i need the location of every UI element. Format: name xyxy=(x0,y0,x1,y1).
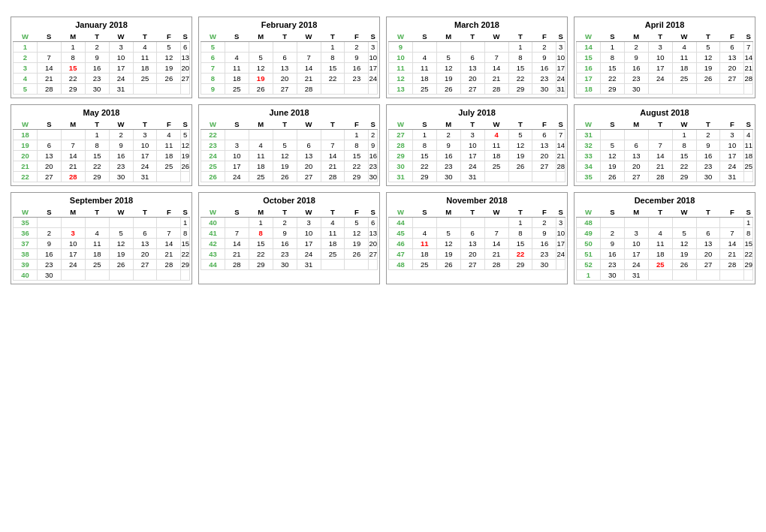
calendar-cell: 23 xyxy=(600,260,624,270)
calendar-cell: 23 xyxy=(37,260,61,270)
calendar-cell: 13 xyxy=(297,151,321,161)
calendar-cell: 11 xyxy=(744,140,753,151)
calendar-cell: 4 xyxy=(321,218,345,228)
calendar-cell: 15 xyxy=(744,239,753,249)
calendar-cell: 20 xyxy=(624,161,648,172)
calendar-cell: 15 xyxy=(508,63,532,74)
calendar-cell: 9 xyxy=(345,53,369,63)
calendar-cell xyxy=(696,218,720,228)
month-table: WSMTWTFS48149234567850910111213141551161… xyxy=(576,207,753,281)
col-header: T xyxy=(321,207,345,218)
calendar-cell: 17 xyxy=(648,63,672,74)
calendar-cell: 29 xyxy=(61,84,85,95)
calendar-cell: 27 xyxy=(696,260,720,270)
calendar-cell: 29 xyxy=(672,172,696,182)
calendar-cell: 21 xyxy=(484,249,508,260)
calendar-cell: 17 xyxy=(460,151,484,161)
col-header: W xyxy=(201,207,225,218)
calendar-cell: 5 xyxy=(696,42,720,53)
calendar-cell: 27 xyxy=(273,84,297,95)
calendar-cell: 10 xyxy=(648,53,672,63)
calendar-cell: 30 xyxy=(600,270,624,281)
calendar-cell: 12 xyxy=(389,74,413,84)
col-header: F xyxy=(345,119,369,130)
month-title: October 2018 xyxy=(201,196,378,205)
calendar-cell: 30 xyxy=(532,84,556,95)
col-header: W xyxy=(484,207,508,218)
month-block: December 2018WSMTWTFS4814923456785091011… xyxy=(574,192,755,284)
calendar-cell: 18 xyxy=(744,151,753,161)
calendar-cell: 38 xyxy=(14,249,38,260)
month-title: July 2018 xyxy=(388,108,565,117)
month-table: WSMTWTFS44123454567891046111213141516174… xyxy=(388,207,565,270)
calendar-cell: 14 xyxy=(157,239,181,249)
month-title: February 2018 xyxy=(201,20,378,29)
calendar-cell: 20 xyxy=(14,151,38,161)
calendar-cell: 1 xyxy=(412,130,436,140)
calendar-cell: 15 xyxy=(508,239,532,249)
calendar-cell: 1 xyxy=(744,218,753,228)
calendar-cell: 11 xyxy=(412,239,436,249)
calendar-cell: 22 xyxy=(412,161,436,172)
calendar-cell: 6 xyxy=(720,42,744,53)
calendar-cell: 7 xyxy=(484,228,508,239)
calendar-cell: 22 xyxy=(508,249,532,260)
month-title: March 2018 xyxy=(388,20,565,29)
calendar-cell: 28 xyxy=(389,140,413,151)
calendar-cell: 10 xyxy=(225,151,249,161)
calendar-cell: 19 xyxy=(109,249,133,260)
calendar-cell: 3 xyxy=(556,42,565,53)
calendar-cell: 17 xyxy=(556,63,565,74)
calendar-cell: 26 xyxy=(249,84,273,95)
calendar-cell: 5 xyxy=(345,218,369,228)
col-header: F xyxy=(345,207,369,218)
calendar-cell: 22 xyxy=(85,161,109,172)
calendar-cell: 14 xyxy=(297,63,321,74)
calendar-cell xyxy=(85,270,109,281)
calendar-cell: 21 xyxy=(648,161,672,172)
calendar-cell: 17 xyxy=(624,249,648,260)
calendar-cell: 22 xyxy=(61,74,85,84)
calendar-cell: 9 xyxy=(389,42,413,53)
col-header: M xyxy=(61,32,85,42)
calendar-cell: 2 xyxy=(85,42,109,53)
calendar-cell xyxy=(37,218,61,228)
col-header: T xyxy=(648,119,672,130)
col-header: S xyxy=(600,32,624,42)
col-header: S xyxy=(181,119,190,130)
calendar-cell: 47 xyxy=(389,249,413,260)
calendar-cell: 18 xyxy=(14,130,38,140)
month-table: WSMTWTFS11234562789101112133141516171819… xyxy=(13,32,190,95)
col-header: W xyxy=(297,32,321,42)
calendar-cell xyxy=(249,42,273,53)
calendar-cell: 13 xyxy=(460,63,484,74)
calendar-cell: 7 xyxy=(484,53,508,63)
calendar-cell: 1 xyxy=(321,42,345,53)
calendar-cell: 44 xyxy=(389,218,413,228)
calendar-cell: 19 xyxy=(249,74,273,84)
calendar-cell: 25 xyxy=(744,161,753,172)
calendar-cell xyxy=(61,130,85,140)
col-header: W xyxy=(297,207,321,218)
col-header: W xyxy=(672,119,696,130)
calendar-cell: 18 xyxy=(85,249,109,260)
calendar-cell: 24 xyxy=(109,74,133,84)
month-table: WSMTWTFS31123432567891011331213141516171… xyxy=(576,119,753,182)
month-title: December 2018 xyxy=(576,196,753,205)
calendar-cell: 27 xyxy=(181,74,190,84)
calendar-cell: 1 xyxy=(672,130,696,140)
calendar-cell: 6 xyxy=(460,228,484,239)
calendar-cell: 35 xyxy=(14,218,38,228)
calendar-cell: 28 xyxy=(720,260,744,270)
calendar-cell: 6 xyxy=(460,53,484,63)
calendar-cell: 5 xyxy=(201,42,225,53)
col-header: T xyxy=(508,32,532,42)
calendar-cell: 23 xyxy=(273,249,297,260)
calendar-cell: 13 xyxy=(37,151,61,161)
calendar-cell: 12 xyxy=(249,63,273,74)
calendar-cell: 13 xyxy=(460,239,484,249)
calendar-cell: 29 xyxy=(744,260,753,270)
col-header: T xyxy=(648,207,672,218)
calendar-cell: 30 xyxy=(389,161,413,172)
calendar-cell: 6 xyxy=(297,140,321,151)
